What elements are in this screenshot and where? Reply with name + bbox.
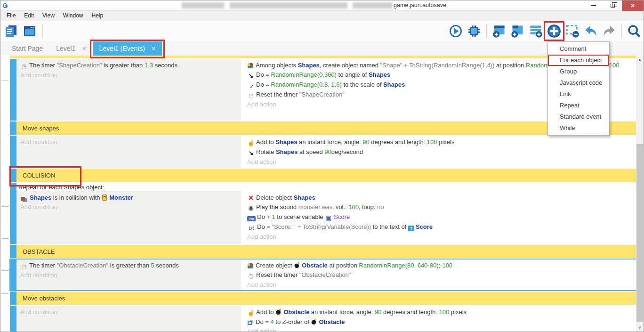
event-line[interactable]: Reset the timer "ObstacleCreation"	[244, 270, 636, 280]
close-tab-icon[interactable]: ×	[152, 45, 155, 52]
create-icon	[248, 263, 253, 268]
play-icon	[449, 24, 462, 38]
play-button[interactable]	[448, 24, 463, 39]
event-drag-bar[interactable]	[10, 59, 16, 121]
event-drag-bar[interactable]	[10, 121, 16, 135]
menu-item-for-each-object[interactable]: For each object	[548, 55, 609, 66]
event-row: The timer "ShapeCreation" is greater tha…	[10, 59, 637, 121]
search-icon	[627, 24, 641, 38]
scroll-down-icon[interactable]: ▼	[636, 325, 644, 330]
scene-editor-button[interactable]	[22, 24, 37, 39]
add-add-action[interactable]: Add action	[244, 280, 636, 289]
tab-level1-events[interactable]: Level1 (Events)×	[93, 41, 162, 56]
comment-row[interactable]: COLLISION	[10, 169, 637, 182]
force-icon	[247, 310, 255, 316]
restore-button[interactable]	[603, 0, 622, 11]
undo-button[interactable]	[583, 24, 598, 39]
comment-row[interactable]: Move obstacles	[10, 292, 637, 305]
gutter-tick	[1, 293, 8, 294]
event-line[interactable]: The timer "ShapeCreation" is greater tha…	[17, 60, 240, 70]
add-add-action[interactable]: Add action	[244, 157, 636, 166]
menu-edit[interactable]: Edit	[20, 11, 38, 21]
close-tab-icon[interactable]: ×	[82, 45, 86, 52]
event-line[interactable]: Do = "Score: " + ToString(Variable(Score…	[244, 222, 636, 232]
minimize-button[interactable]	[584, 0, 603, 11]
gutter-tick	[1, 81, 8, 81]
remove-event-button[interactable]	[565, 24, 580, 39]
var-icon	[247, 216, 256, 221]
menu-item-link[interactable]: Link	[548, 89, 609, 100]
event-line[interactable]: Play the sound monster.wav, vol.: 100, l…	[244, 202, 636, 212]
tab-level1[interactable]: Level1×	[49, 41, 92, 56]
event-drag-bar[interactable]	[10, 292, 16, 305]
menu-window[interactable]: Window	[59, 11, 88, 21]
menu-item-group[interactable]: Group	[548, 66, 609, 77]
vertical-scrollbar: ▲ ▼	[636, 56, 644, 332]
event-line[interactable]: The timer "ObstacleCreation" is greater …	[17, 260, 240, 270]
redo-icon	[602, 24, 616, 38]
add-add-condition[interactable]: Add condition	[17, 307, 240, 316]
event-drag-bar[interactable]	[10, 169, 16, 182]
project-manager-icon	[4, 25, 17, 38]
conditions-panel: Add condition	[16, 306, 241, 332]
add-other-event-button[interactable]	[547, 24, 562, 39]
search-button[interactable]	[627, 24, 642, 39]
shapes-icon	[21, 197, 25, 201]
actions-panel: Add to Shapes an instant force, angle: 9…	[243, 136, 637, 168]
event-line[interactable]: Rotate Shapes at speed 90deg/second	[244, 147, 636, 157]
event-line[interactable]: Add to Shapes an instant force, angle: 9…	[244, 137, 636, 147]
debug-button[interactable]	[467, 24, 482, 39]
menubar: FileEditViewWindowHelp	[0, 11, 644, 21]
tab-start-page[interactable]: Start Page	[5, 41, 49, 56]
menu-item-repeat[interactable]: Repeat	[548, 100, 609, 111]
add-add-condition[interactable]: Add condition	[17, 202, 240, 211]
add-subevent-button[interactable]	[510, 24, 525, 39]
timer-icon	[20, 63, 28, 70]
add-add-action[interactable]: Add action	[244, 326, 636, 332]
tab-label: Level1	[56, 45, 75, 52]
add-add-condition[interactable]: Add condition	[17, 70, 240, 80]
menu-item-standard-event[interactable]: Standard event	[548, 111, 609, 122]
comment-label: OBSTACLE	[16, 245, 637, 258]
event-line[interactable]: Do + 1 to scene variable Score	[244, 212, 636, 222]
close-button[interactable]: ✕	[622, 0, 644, 11]
event-drag-bar[interactable]	[10, 245, 16, 258]
menu-file[interactable]: File	[2, 11, 20, 21]
add-add-action[interactable]: Add action	[244, 232, 636, 241]
toolbar-separator	[42, 24, 43, 38]
event-line[interactable]: Add to Obstacle an instant force, angle:…	[244, 307, 636, 317]
menu-help[interactable]: Help	[88, 11, 108, 21]
close-icon: ✕	[630, 2, 635, 9]
titlebar: Ǥ game.json.autosave ✕	[0, 0, 644, 11]
scrollbar-thumb[interactable]	[636, 144, 643, 322]
event-line[interactable]: Delete object Shapes	[244, 193, 636, 202]
scenevar-icon	[325, 215, 332, 221]
minimize-icon	[591, 5, 596, 6]
add-event-button[interactable]	[491, 24, 507, 39]
menu-item-while[interactable]: While	[548, 122, 609, 134]
event-drag-bar[interactable]	[10, 136, 16, 168]
bug-icon	[467, 24, 481, 38]
project-manager-button[interactable]	[3, 24, 18, 39]
redo-button[interactable]	[602, 24, 617, 39]
scroll-up-icon[interactable]: ▲	[636, 57, 644, 62]
event-drag-bar[interactable]	[10, 259, 16, 291]
remove-event-icon	[565, 24, 580, 38]
event-drag-bar[interactable]	[10, 183, 16, 244]
menu-item-javascript-code[interactable]: Javascript code	[548, 77, 609, 89]
add-add-condition[interactable]: Add condition	[17, 270, 240, 280]
menu-item-comment[interactable]: Comment	[548, 43, 609, 55]
monster-icon	[102, 194, 107, 201]
event-row: The timer "ObstacleCreation" is greater …	[10, 259, 637, 291]
event-line[interactable]: Do = 4 to Z-order of Obstacle	[244, 317, 636, 326]
comment-row-partial	[10, 56, 637, 58]
add-add-condition[interactable]: Add condition	[17, 137, 240, 146]
event-line[interactable]: Create object Obstacle at position Rando…	[244, 260, 636, 270]
comment-row[interactable]: Move shapes	[10, 121, 637, 135]
comment-row[interactable]: OBSTACLE	[10, 245, 637, 258]
menu-view[interactable]: View	[38, 11, 59, 21]
gutter-tick	[1, 174, 8, 174]
event-drag-bar[interactable]	[10, 306, 16, 332]
add-comment-button[interactable]	[528, 24, 543, 39]
event-line[interactable]: Shapes is in collision with Monster	[17, 193, 240, 202]
